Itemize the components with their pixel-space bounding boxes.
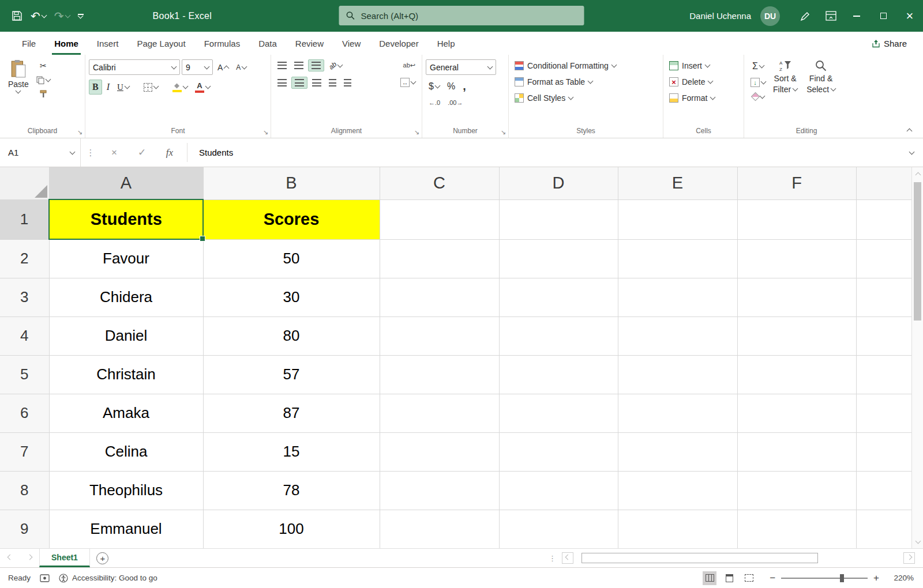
column-header-c[interactable]: C (380, 167, 499, 199)
percent-style-button[interactable]: % (444, 80, 458, 93)
horizontal-scroll-thumb[interactable] (581, 553, 818, 563)
maximize-button[interactable] (870, 0, 896, 32)
orientation-dropdown-icon[interactable] (337, 62, 343, 67)
top-align-button[interactable] (275, 60, 290, 71)
undo-button[interactable]: ↶ (31, 10, 46, 22)
column-header-d[interactable]: D (499, 167, 618, 199)
avatar[interactable]: DU (760, 6, 780, 26)
cell-b6[interactable]: 87 (203, 394, 380, 432)
column-header-a[interactable]: A (49, 167, 203, 199)
scroll-down-button[interactable] (912, 536, 923, 548)
search-box[interactable] (339, 6, 584, 25)
cell-b4[interactable]: 80 (203, 316, 380, 355)
zoom-out-button[interactable]: − (770, 573, 775, 583)
number-format-combo[interactable]: General (426, 59, 496, 75)
underline-dropdown-icon[interactable] (124, 84, 130, 89)
row-header-6[interactable]: 6 (0, 394, 49, 432)
row-header-8[interactable]: 8 (0, 471, 49, 510)
font-dialog-launcher[interactable]: ↘ (263, 129, 268, 135)
bottom-align-button[interactable] (308, 59, 324, 71)
tab-home[interactable]: Home (45, 32, 88, 55)
column-header-b[interactable]: B (203, 167, 380, 199)
cell-a3[interactable]: Chidera (49, 278, 203, 316)
font-name-combo[interactable]: Calibri (89, 59, 180, 75)
name-box-dropdown-icon[interactable] (70, 149, 76, 154)
column-header-partial[interactable] (856, 167, 911, 199)
row-header-1[interactable]: 1 (0, 199, 49, 239)
new-sheet-button[interactable]: + (90, 549, 115, 567)
format-as-table-button[interactable]: Format as Table (512, 76, 659, 88)
accounting-dropdown-icon[interactable] (434, 82, 440, 88)
name-box[interactable]: A1 (0, 138, 81, 167)
scroll-right-button[interactable] (903, 552, 915, 564)
tab-splitter-handle[interactable]: ⋮ (549, 554, 555, 563)
center-button[interactable] (291, 77, 307, 89)
insert-function-button[interactable]: fx (156, 138, 183, 167)
wrap-text-button[interactable]: ab↩ (400, 60, 418, 71)
tab-view[interactable]: View (333, 32, 370, 55)
italic-button[interactable]: I (104, 80, 112, 94)
row-header-7[interactable]: 7 (0, 432, 49, 471)
column-header-e[interactable]: E (618, 167, 737, 199)
cell-b8[interactable]: 78 (203, 471, 380, 510)
cell-b9[interactable]: 100 (203, 510, 380, 548)
increase-indent-button[interactable] (341, 77, 354, 88)
decrease-indent-button[interactable] (326, 77, 339, 88)
cell-b5[interactable]: 57 (203, 355, 380, 394)
fill-button[interactable]: ↓ (748, 76, 768, 89)
fill-color-dropdown-icon[interactable] (182, 84, 188, 89)
insert-cells-button[interactable]: Insert (667, 59, 740, 72)
autosum-button[interactable]: Σ (748, 59, 768, 73)
tab-developer[interactable]: Developer (370, 32, 427, 55)
cell-b3[interactable]: 30 (203, 278, 380, 316)
accessibility-status[interactable]: Accessibility: Good to go (59, 574, 157, 583)
cell-a6[interactable]: Amaka (49, 394, 203, 432)
row-header-9[interactable]: 9 (0, 510, 49, 548)
cell-c1[interactable] (380, 199, 499, 239)
number-dialog-launcher[interactable]: ↘ (501, 129, 506, 135)
copy-dropdown-icon[interactable] (45, 77, 51, 82)
paste-dropdown-icon[interactable] (16, 88, 21, 94)
merge-center-button[interactable]: ↔ (397, 76, 418, 89)
clipboard-dialog-launcher[interactable]: ↘ (77, 129, 82, 135)
cell-a4[interactable]: Daniel (49, 316, 203, 355)
previous-sheet-button[interactable] (0, 549, 20, 567)
copy-button[interactable] (33, 74, 53, 86)
tab-help[interactable]: Help (428, 32, 464, 55)
scroll-up-button[interactable] (912, 167, 923, 180)
cell-b7[interactable]: 15 (203, 432, 380, 471)
formula-bar-handle[interactable]: ⋮ (81, 138, 100, 167)
format-painter-button[interactable] (33, 88, 53, 100)
minimize-button[interactable] (843, 0, 870, 32)
redo-button[interactable]: ↷ (54, 10, 70, 22)
vertical-scroll-thumb[interactable] (914, 182, 921, 321)
undo-dropdown-icon[interactable] (41, 12, 47, 18)
page-break-view-button[interactable] (742, 571, 756, 585)
redo-dropdown-icon[interactable] (65, 12, 70, 18)
tab-file[interactable]: File (13, 32, 45, 55)
ink-button[interactable] (793, 0, 818, 32)
tab-review[interactable]: Review (286, 32, 333, 55)
row-header-2[interactable]: 2 (0, 239, 49, 278)
find-select-button[interactable]: Find & Select (802, 57, 840, 125)
search-input[interactable] (361, 11, 577, 21)
user-name[interactable]: Daniel Uchenna (689, 11, 751, 21)
zoom-level[interactable]: 220% (887, 574, 914, 582)
increase-font-size-button[interactable]: A (215, 61, 231, 74)
cell-a1[interactable]: Students (49, 199, 203, 239)
paste-button[interactable]: Paste (3, 57, 33, 125)
conditional-formatting-button[interactable]: Conditional Formatting (512, 59, 659, 72)
horizontal-scrollbar[interactable] (577, 552, 900, 564)
tab-page-layout[interactable]: Page Layout (127, 32, 194, 55)
cell-styles-button[interactable]: Cell Styles (512, 92, 659, 104)
borders-button[interactable] (141, 81, 161, 93)
font-color-dropdown-icon[interactable] (205, 84, 211, 89)
accounting-format-button[interactable]: $ (426, 80, 442, 93)
cell-b1[interactable]: Scores (203, 199, 380, 239)
close-button[interactable]: × (896, 0, 923, 32)
cell-d1[interactable] (499, 199, 618, 239)
row-header-3[interactable]: 3 (0, 278, 49, 316)
format-cells-button[interactable]: Format (667, 92, 740, 104)
sort-filter-button[interactable]: AZ Sort & Filter (768, 57, 802, 125)
merge-dropdown-icon[interactable] (411, 79, 417, 85)
